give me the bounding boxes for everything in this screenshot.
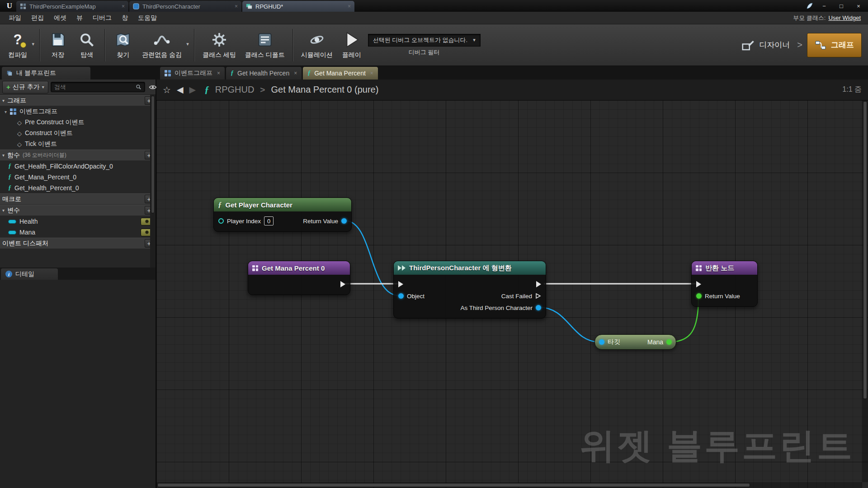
section-functions[interactable]: 함수 (36 오버라이더블) <box>0 150 156 161</box>
dropdown-caret-icon <box>473 37 476 43</box>
nav-back-icon[interactable] <box>177 84 184 95</box>
expander-icon[interactable] <box>2 98 5 103</box>
hide-unrelated-caret-icon[interactable] <box>186 41 189 47</box>
graph-mode-button[interactable]: 그래프 <box>807 33 862 57</box>
tree-item-variable-mana[interactable]: Mana <box>0 227 156 238</box>
titlebar: ThirdPersonExampleMap ThirdPersonCharact… <box>0 0 868 12</box>
graph-canvas[interactable]: Get Player Character Player Index 0 Retu… <box>156 100 868 488</box>
scrollbar-thumb[interactable] <box>151 96 155 213</box>
menu-window[interactable]: 창 <box>117 12 133 24</box>
pin-return-value[interactable] <box>341 218 347 224</box>
graph-editor: RPGHUD Get Mana Percent 0 (pure) 1:1 줌 <box>156 80 868 488</box>
debug-object-dropdown[interactable]: 선택된 디버그 오브젝트가 없습니다. <box>368 34 481 47</box>
simulation-button[interactable]: 시뮬레이션 <box>297 28 337 62</box>
sidebar-scrollbar[interactable] <box>150 95 156 267</box>
expander-icon[interactable] <box>2 208 5 213</box>
compile-label: 컴파일 <box>8 51 27 59</box>
tree-item-pre-construct[interactable]: Pre Construct 이벤트 <box>0 117 156 128</box>
tree-item-construct[interactable]: Construct 이벤트 <box>0 128 156 139</box>
browse-button[interactable]: 탐색 <box>72 28 101 62</box>
window-tab-rpghud[interactable]: RPGHUD* <box>242 1 354 12</box>
menu-edit[interactable]: 편집 <box>26 12 49 24</box>
node-cast-thirdpersoncharacter[interactable]: ThirdPersonCharacter 에 형변환 Object <box>393 261 546 319</box>
blueprint-icon <box>133 3 139 9</box>
parent-class-link[interactable]: User Widget <box>828 14 861 21</box>
feather-icon[interactable] <box>806 2 814 10</box>
graph-horizontal-scrollbar[interactable] <box>156 482 862 488</box>
menu-asset[interactable]: 에셋 <box>49 12 71 24</box>
pin-exec-out[interactable] <box>340 281 345 287</box>
play-button[interactable]: 플레이 <box>337 28 366 62</box>
tree-item-function[interactable]: Get_Mana_Percent_0 <box>0 172 156 183</box>
compile-options-caret-icon[interactable] <box>32 41 34 47</box>
node-title: 반환 노드 <box>705 264 734 272</box>
class-settings-button[interactable]: 클래스 세팅 <box>198 28 241 62</box>
pin-exec-out[interactable] <box>536 281 541 287</box>
tab-close-icon[interactable] <box>122 3 125 9</box>
tree-item-variable-health[interactable]: Health <box>0 216 156 227</box>
nav-forward-icon[interactable] <box>189 84 196 95</box>
graph-vertical-scrollbar[interactable] <box>862 100 868 482</box>
minimize-button[interactable] <box>817 1 831 11</box>
breadcrumb-current[interactable]: Get Mana Percent 0 (pure) <box>271 84 378 95</box>
restore-button[interactable] <box>835 1 848 11</box>
tab-my-blueprint[interactable]: 내 블루프린트 <box>2 67 90 80</box>
bookmark-star-icon[interactable] <box>163 84 171 95</box>
find-button[interactable]: 찾기 <box>108 28 137 62</box>
pin-cast-failed[interactable] <box>535 293 541 299</box>
expander-icon[interactable] <box>2 153 5 158</box>
section-variables[interactable]: 변수 <box>0 205 156 216</box>
pin-target[interactable] <box>599 339 604 345</box>
menu-help[interactable]: 도움말 <box>133 12 162 24</box>
browse-icon <box>79 31 95 49</box>
doc-tab-get-health-percent[interactable]: Get Health Percen <box>226 67 302 80</box>
scrollbar-thumb[interactable] <box>863 101 867 399</box>
tab-close-icon[interactable] <box>348 3 351 9</box>
node-get-player-character[interactable]: Get Player Character Player Index 0 Retu… <box>213 197 352 232</box>
menu-debug[interactable]: 디버그 <box>88 12 117 24</box>
tab-close-icon[interactable] <box>235 3 238 9</box>
search-input[interactable] <box>54 84 134 90</box>
pin-exec-in[interactable] <box>398 281 403 287</box>
section-event-dispatchers[interactable]: 이벤트 디스패처 <box>0 238 156 249</box>
function-icon <box>307 70 311 77</box>
tree-item-tick[interactable]: Tick 이벤트 <box>0 139 156 150</box>
pin-mana-out[interactable] <box>666 339 672 345</box>
pin-player-index[interactable] <box>218 218 224 224</box>
section-macros[interactable]: 매크로 <box>0 193 156 205</box>
debug-object-value: 선택된 디버그 오브젝트가 없습니다. <box>373 36 467 44</box>
blueprint-tree: 그래프 이벤트그래프 Pre Construct 이벤트 Construct 이… <box>0 95 156 267</box>
close-button[interactable] <box>852 1 865 11</box>
node-get-mana[interactable]: 타깃 Mana <box>594 334 676 350</box>
add-new-button[interactable]: 신규 추가 <box>2 81 48 94</box>
breadcrumb-root[interactable]: RPGHUD <box>215 84 255 95</box>
class-defaults-button[interactable]: 클래스 디폴트 <box>241 28 289 62</box>
tab-details[interactable]: 디테일 <box>1 268 58 280</box>
window-tab-map[interactable]: ThirdPersonExampleMap <box>16 1 128 12</box>
pin-as-third-person-character[interactable] <box>536 305 541 310</box>
doc-tab-close-icon[interactable] <box>294 70 297 76</box>
node-return[interactable]: 반환 노드 Return Value <box>691 261 758 307</box>
compile-button[interactable]: 컴파일 <box>4 28 36 62</box>
tree-item-eventgraph[interactable]: 이벤트그래프 <box>0 106 156 117</box>
scrollbar-thumb[interactable] <box>157 483 750 487</box>
node-function-entry[interactable]: Get Mana Percent 0 <box>248 261 350 295</box>
section-graphs[interactable]: 그래프 <box>0 95 156 106</box>
doc-tab-close-icon[interactable] <box>370 70 373 76</box>
tree-item-function[interactable]: Get_Health_FillColorAndOpacity_0 <box>0 161 156 172</box>
pin-return-value[interactable] <box>696 293 702 299</box>
pin-object[interactable] <box>398 293 404 299</box>
expander-icon[interactable] <box>5 109 7 114</box>
menu-file[interactable]: 파일 <box>4 12 26 24</box>
save-button[interactable]: 저장 <box>43 28 72 62</box>
menu-view[interactable]: 뷰 <box>71 12 88 24</box>
doc-tab-eventgraph[interactable]: 이벤트그래프 <box>160 67 225 80</box>
tree-item-function[interactable]: Get_Health_Percent_0 <box>0 183 156 193</box>
window-tab-character[interactable]: ThirdPersonCharacter <box>129 1 241 12</box>
doc-tab-get-mana-percent[interactable]: Get Mana Percent <box>303 67 378 80</box>
pin-exec-in[interactable] <box>696 281 701 287</box>
hide-unrelated-button[interactable]: 관련없음 숨김 <box>137 28 191 62</box>
player-index-value-field[interactable]: 0 <box>264 216 274 225</box>
designer-mode-button[interactable]: 디자이너 <box>738 34 793 56</box>
doc-tab-close-icon[interactable] <box>217 70 220 76</box>
